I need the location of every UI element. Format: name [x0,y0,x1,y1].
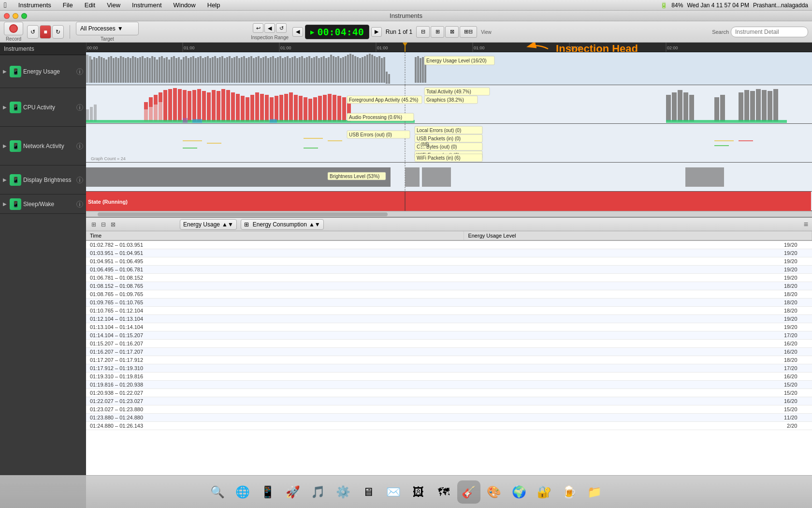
display-info-btn[interactable]: i [76,177,83,183]
consumption-selector[interactable]: ⊞ Energy Consumption ▲▼ [241,219,324,230]
scroll-thumb[interactable] [98,212,388,216]
cell-level: 19/20 [464,323,812,331]
horizontal-scrollbar[interactable] [86,211,812,217]
menu-icon[interactable]: ≡ [804,220,808,229]
svg-rect-140 [383,57,385,83]
display-graph: Brightness Level (53%) [86,163,812,191]
menu-instruments[interactable]: Instruments [16,1,53,9]
maximize-button[interactable] [21,13,27,19]
svg-rect-48 [161,56,163,83]
sleep-expand[interactable]: ▶ [3,201,8,207]
svg-rect-67 [207,56,209,83]
table-row: 01:02.782 – 01:03.95119/20 [86,240,812,249]
bottom-toolbar: ⊞ ⊟ ⊠ Energy Usage ▲▼ ⊞ Energy Consumpti… [86,218,812,231]
svg-rect-17 [86,55,88,83]
sleep-info-btn[interactable]: i [76,201,83,208]
energy-track: Energy Usage Level (16/20) [86,52,812,85]
dock-maps[interactable]: 🗺 [432,480,455,504]
timer-fwd-btn[interactable]: ▶ [371,27,382,37]
menu-edit[interactable]: Edit [83,1,97,9]
svg-rect-168 [212,90,216,121]
energy-selector[interactable]: Energy Usage ▲▼ [180,219,237,230]
cpu-expand[interactable]: ▶ [3,105,8,110]
timer-icon: ▶ [310,28,314,36]
dock-webkit[interactable]: 🌍 [508,480,531,504]
bottom-icon-2[interactable]: ⊟ [100,221,107,228]
network-info-btn[interactable]: i [76,143,83,149]
svg-rect-193 [333,95,336,121]
svg-rect-99 [284,57,286,83]
svg-rect-216 [762,90,767,121]
svg-rect-188 [308,99,312,121]
view-btn-3[interactable]: ⊠ [445,26,459,38]
svg-rect-45 [154,57,156,83]
dock-safari[interactable]: 🌐 [231,480,254,504]
sleep-icon: 📱 [10,198,21,210]
cpu-info-btn[interactable]: i [76,104,83,111]
dock-security[interactable]: 🔐 [533,480,556,504]
bottom-icon-1[interactable]: ⊞ [90,221,98,228]
menu-file[interactable]: File [61,1,75,9]
dock-folder[interactable]: 📁 [583,480,606,504]
energy-expand[interactable]: ▶ [3,69,8,74]
minimize-button[interactable] [13,13,18,19]
dock-appstore[interactable]: 📱 [256,480,279,504]
cell-level: 16/20 [464,397,812,405]
insp-btn-3[interactable]: ↺ [276,23,287,33]
dock-settings[interactable]: ⚙️ [332,480,355,504]
svg-rect-190 [318,96,322,121]
cell-time: 01:23.027 – 01:23.880 [86,405,464,414]
search-input[interactable] [731,27,808,37]
target-arrow: ▼ [117,25,123,32]
dock-instruments[interactable]: 🎸 [457,480,480,504]
svg-rect-178 [260,94,264,121]
restart-button[interactable]: ↺ [27,25,39,39]
close-button[interactable] [4,13,10,19]
menu-window[interactable]: Window [172,1,198,9]
dock-launchpad[interactable]: 🚀 [281,480,304,504]
svg-rect-194 [337,96,341,121]
view-btn-2[interactable]: ⊞ [431,26,444,38]
dock-finder[interactable]: 🔍 [206,480,229,504]
dock-terminal[interactable]: 🖥 [357,480,380,504]
cell-time: 01:20.938 – 01:22.027 [86,389,464,397]
pause-button[interactable]: ■ [40,25,51,39]
network-expand[interactable]: ▶ [3,143,8,149]
view-btn-1[interactable]: ⊟ [416,26,430,38]
svg-rect-182 [279,95,283,121]
svg-rect-31 [120,56,122,83]
record-button[interactable] [4,22,23,35]
dock-beer[interactable]: 🍺 [558,480,581,504]
svg-rect-37 [134,57,136,83]
dock-photoshop[interactable]: 🎨 [482,480,506,504]
energy-info-btn[interactable]: i [76,68,83,75]
insp-btn-1[interactable]: ↩ [253,23,263,33]
dock-music[interactable]: 🎵 [306,480,330,504]
svg-rect-90 [262,57,264,83]
dock-photos[interactable]: 🖼 [407,480,430,504]
forward-button[interactable]: ↻ [52,25,64,39]
dock-mail[interactable]: ✉️ [382,480,405,504]
svg-rect-172 [231,92,235,121]
svg-rect-102 [291,57,293,83]
timer-back-btn[interactable]: ◀ [292,27,303,37]
menu-instrument[interactable]: Instrument [130,1,163,9]
data-table[interactable]: Time Energy Usage Level 01:02.782 – 01:0… [86,231,812,497]
bottom-icon-3[interactable]: ⊠ [109,221,117,228]
svg-rect-129 [357,57,359,83]
cell-level: 16/20 [464,340,812,348]
cell-time: 01:12.104 – 01:13.104 [86,315,464,323]
svg-rect-126 [349,54,351,83]
target-select[interactable]: All Processes ▼ [76,22,139,35]
view-btn-4[interactable]: ⊞⊟ [460,26,477,38]
svg-rect-133 [366,55,368,83]
svg-rect-145 [420,58,421,83]
menu-view[interactable]: View [105,1,122,9]
display-expand[interactable]: ▶ [3,177,8,182]
svg-rect-264 [405,192,811,211]
svg-rect-174 [241,96,245,121]
energy-name: Energy Usage [23,68,74,75]
insp-btn-2[interactable]: ◀ [264,23,275,33]
svg-rect-144 [417,56,419,83]
menu-help[interactable]: Help [205,1,222,9]
